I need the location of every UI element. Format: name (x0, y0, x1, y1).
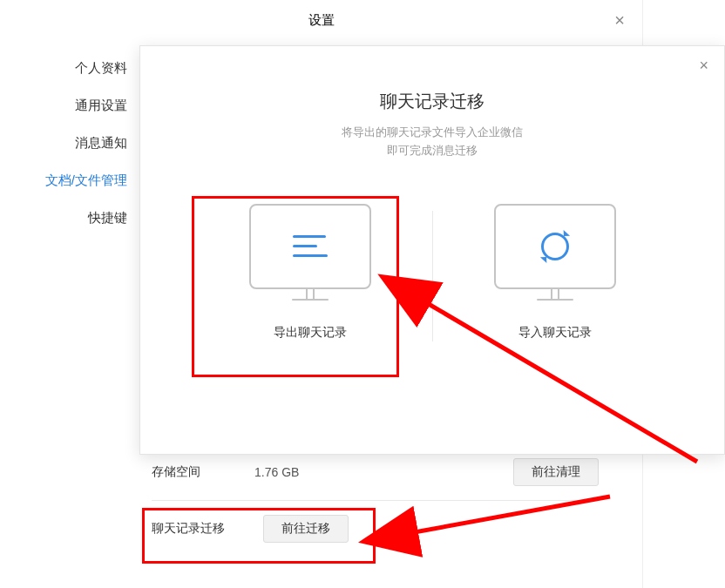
monitor-base-icon (292, 299, 329, 301)
settings-close-button[interactable]: × (614, 10, 625, 30)
sidebar: 个人资料 通用设置 消息通知 文档/文件管理 快捷键 (0, 41, 139, 585)
migration-modal: × 聊天记录迁移 将导出的聊天记录文件导入企业微信 即可完成消息迁移 导出聊天记… (139, 45, 725, 455)
storage-label: 存储空间 (152, 464, 239, 480)
monitor-icon (494, 204, 616, 289)
modal-close-button[interactable]: × (699, 57, 708, 75)
sidebar-item-shortcuts[interactable]: 快捷键 (0, 199, 136, 237)
sidebar-item-files[interactable]: 文档/文件管理 (0, 162, 136, 199)
migration-label: 聊天记录迁移 (152, 521, 239, 537)
migration-go-button[interactable]: 前往迁移 (263, 515, 349, 543)
migration-row: 聊天记录迁移 前往迁移 (152, 500, 599, 557)
modal-options: 导出聊天记录 导入聊天记录 (140, 204, 724, 341)
bottom-rows: 存储空间 1.76 GB 前往清理 聊天记录迁移 前往迁移 (152, 444, 599, 557)
monitor-base-icon (537, 299, 573, 301)
sidebar-item-notifications[interactable]: 消息通知 (0, 125, 136, 162)
import-option[interactable]: 导入聊天记录 (433, 204, 677, 341)
export-label: 导出聊天记录 (188, 325, 432, 341)
text-lines-icon (293, 235, 328, 257)
sidebar-item-profile[interactable]: 个人资料 (0, 50, 136, 87)
modal-subtitle: 将导出的聊天记录文件导入企业微信 即可完成消息迁移 (140, 124, 724, 160)
storage-value: 1.76 GB (254, 465, 299, 479)
storage-clean-button[interactable]: 前往清理 (513, 458, 599, 486)
sidebar-item-general[interactable]: 通用设置 (0, 87, 136, 125)
modal-subtitle-line2: 即可完成消息迁移 (387, 144, 478, 157)
import-label: 导入聊天记录 (433, 325, 677, 341)
monitor-icon (249, 204, 371, 289)
modal-subtitle-line1: 将导出的聊天记录文件导入企业微信 (342, 125, 523, 139)
settings-title: 设置 (0, 0, 642, 41)
monitor-stand-icon (306, 288, 315, 299)
export-option[interactable]: 导出聊天记录 (188, 204, 432, 341)
refresh-icon (541, 233, 569, 260)
modal-title: 聊天记录迁移 (140, 90, 724, 113)
monitor-stand-icon (551, 288, 559, 299)
